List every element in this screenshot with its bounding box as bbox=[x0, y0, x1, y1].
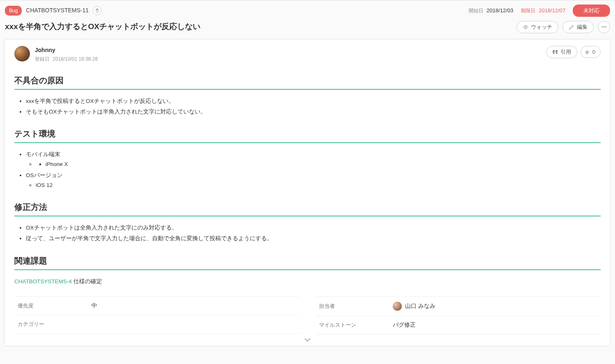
list-item: xxxを半角で投稿するとOXチャットボットが反応しない。 bbox=[26, 97, 601, 105]
eye-icon bbox=[523, 24, 528, 30]
section-env-title: テスト環境 bbox=[14, 127, 601, 143]
chevron-down-icon bbox=[303, 337, 312, 343]
issue-card: Johnny 登録日 2018/10/01 16:38:26 引用 0 不具合の… bbox=[4, 39, 611, 347]
meta-assignee-label: 担当者 bbox=[319, 302, 393, 310]
card-header: Johnny 登録日 2018/10/01 16:38:26 引用 0 bbox=[14, 46, 601, 63]
related-issue-text: 仕様の確定 bbox=[73, 278, 102, 284]
env-item1: モバイル端末 bbox=[26, 151, 60, 157]
cause-list: xxxを半角で投稿するとOXチャットボットが反応しない。 そもそもOXチャットボ… bbox=[14, 97, 601, 116]
dots-icon bbox=[601, 24, 607, 30]
star-icon bbox=[584, 49, 590, 55]
start-date-value: 2018/12/03 bbox=[487, 7, 513, 15]
meta-table: 優先度 中 カテゴリー 担当者 山口 みなみ マイルストーン bbox=[14, 296, 601, 334]
meta-assignee-row: 担当者 山口 みなみ bbox=[316, 296, 601, 316]
list-item: モバイル端末 iPhone X bbox=[26, 150, 601, 169]
watch-button[interactable]: ウォッチ bbox=[517, 21, 558, 33]
registered-label: 登録日 bbox=[35, 56, 50, 62]
list-item: そもそもOXチャットボットは半角入力された文字に対応していない。 bbox=[26, 108, 601, 116]
registered-line: 登録日 2018/10/01 16:38:26 bbox=[35, 55, 98, 63]
meta-milestone-value: バグ修正 bbox=[393, 321, 597, 329]
quote-icon bbox=[552, 50, 558, 54]
issue-title: xxxを半角で入力するとOXチャットボットが反応しない bbox=[5, 21, 512, 33]
clipboard-icon bbox=[95, 8, 100, 13]
copy-key-button[interactable] bbox=[93, 6, 102, 15]
env-list: モバイル端末 iPhone X OSバージョン iOS 12 bbox=[14, 150, 601, 189]
pencil-icon bbox=[569, 24, 574, 30]
quote-button[interactable]: 引用 bbox=[546, 46, 577, 58]
meta-priority-row: 優先度 中 bbox=[14, 296, 299, 315]
svg-point-3 bbox=[602, 26, 603, 27]
assignee-avatar[interactable] bbox=[393, 302, 402, 311]
more-button[interactable] bbox=[598, 21, 610, 33]
list-item: OSバージョン iOS 12 bbox=[26, 171, 601, 190]
issue-type-badge: Bug bbox=[5, 6, 22, 16]
svg-point-2 bbox=[525, 26, 526, 28]
list-item: iPhone X bbox=[36, 160, 601, 168]
start-date-group: 開始日 2018/12/03 bbox=[469, 7, 513, 15]
list-item: OXチャットボットは全角入力された文字にのみ対応する。 bbox=[26, 224, 601, 232]
related-issue: CHATBOTSYSTEMS-4 仕様の確定 bbox=[14, 278, 601, 286]
expand-toggle[interactable] bbox=[14, 334, 601, 346]
meta-milestone-row: マイルストーン バグ修正 bbox=[316, 316, 601, 334]
watch-label: ウォッチ bbox=[531, 23, 552, 31]
star-button[interactable]: 0 bbox=[581, 46, 601, 58]
list-item: iOS 12 bbox=[36, 181, 601, 189]
issue-key: CHATBOTSYSTEMS-11 bbox=[26, 6, 89, 15]
author-block: Johnny 登録日 2018/10/01 16:38:26 bbox=[35, 46, 98, 63]
edit-label: 編集 bbox=[577, 23, 588, 31]
author-name: Johnny bbox=[35, 46, 98, 55]
meta-milestone-label: マイルストーン bbox=[319, 321, 393, 329]
meta-category-row: カテゴリー bbox=[14, 315, 299, 334]
related-issue-link[interactable]: CHATBOTSYSTEMS-4 bbox=[14, 278, 72, 284]
meta-col-right: 担当者 山口 みなみ マイルストーン バグ修正 bbox=[316, 296, 601, 334]
meta-priority-value: 中 bbox=[91, 302, 296, 310]
meta-category-label: カテゴリー bbox=[18, 320, 91, 328]
star-count: 0 bbox=[592, 48, 595, 56]
section-fix-title: 修正方法 bbox=[14, 201, 601, 216]
due-date-group: 期限日 2018/12/07 bbox=[521, 7, 565, 15]
status-badge[interactable]: 未対応 bbox=[573, 5, 610, 17]
svg-point-5 bbox=[605, 26, 606, 27]
env-item2: OSバージョン bbox=[26, 172, 63, 178]
edit-button[interactable]: 編集 bbox=[563, 21, 594, 33]
meta-assignee-value: 山口 みなみ bbox=[393, 302, 597, 311]
due-date-label: 期限日 bbox=[521, 7, 535, 14]
due-date-value: 2018/12/07 bbox=[539, 7, 565, 15]
registered-date: 2018/10/01 16:38:26 bbox=[52, 56, 98, 62]
title-row: xxxを半角で入力するとOXチャットボットが反応しない ウォッチ 編集 bbox=[0, 19, 615, 39]
issue-header: Bug CHATBOTSYSTEMS-11 開始日 2018/12/03 期限日… bbox=[0, 0, 615, 19]
list-item: iPhone X bbox=[46, 160, 601, 168]
svg-point-4 bbox=[604, 26, 604, 27]
meta-col-left: 優先度 中 カテゴリー bbox=[14, 296, 299, 334]
meta-priority-label: 優先度 bbox=[18, 302, 91, 310]
fix-list: OXチャットボットは全角入力された文字にのみ対応する。 従って、ユーザーが半角で… bbox=[14, 224, 601, 243]
assignee-name: 山口 みなみ bbox=[405, 302, 435, 310]
issue-page: Bug CHATBOTSYSTEMS-11 開始日 2018/12/03 期限日… bbox=[0, 0, 615, 346]
quote-label: 引用 bbox=[560, 48, 571, 56]
author-avatar[interactable] bbox=[14, 46, 30, 61]
start-date-label: 開始日 bbox=[469, 7, 483, 14]
section-related-title: 関連課題 bbox=[14, 255, 601, 270]
section-cause-title: 不具合の原因 bbox=[14, 74, 601, 90]
list-item: 従って、ユーザーが半角で文字入力した場合に、自動で全角に変換して投稿できるように… bbox=[26, 234, 601, 243]
